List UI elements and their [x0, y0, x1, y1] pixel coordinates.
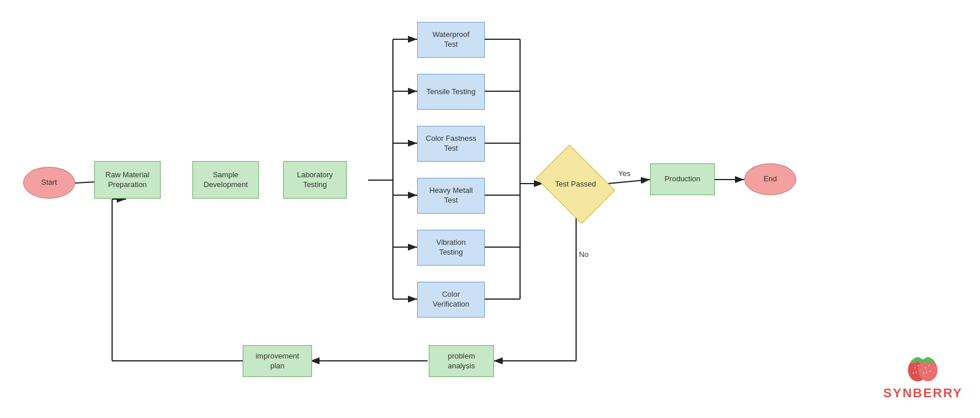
- color-fastness-node: Color FastnessTest: [417, 126, 485, 162]
- svg-point-35: [916, 372, 917, 373]
- tensile-node: Tensile Testing: [417, 74, 485, 110]
- synberry-brand-name: SYNBERRY: [884, 386, 963, 401]
- sample-dev-node: SampleDevelopment: [192, 161, 259, 199]
- vibration-node: VibrationTesting: [417, 230, 485, 266]
- svg-point-38: [919, 359, 938, 381]
- production-node: Production: [650, 163, 715, 195]
- raw-material-node: Raw Material Preparation: [94, 161, 161, 199]
- synberry-logo: SYNBERRY: [884, 354, 963, 401]
- no-label: No: [579, 250, 589, 259]
- heavy-metal-node: Heavy MetallTest: [417, 178, 485, 214]
- flowchart: Yes No Start Raw Material Preparation Sa…: [0, 0, 980, 418]
- svg-line-20: [608, 180, 650, 184]
- svg-point-44: [926, 372, 927, 373]
- yes-label: Yes: [618, 169, 631, 178]
- svg-point-34: [918, 365, 919, 366]
- problem-analysis-node: problemanalysis: [429, 345, 494, 377]
- svg-point-33: [915, 367, 916, 368]
- svg-point-37: [913, 372, 914, 374]
- synberry-icon: [905, 354, 940, 383]
- color-verif-node: ColorVerification: [417, 282, 485, 318]
- waterproof-node: WaterproofTest: [417, 22, 485, 58]
- end-node: End: [744, 163, 796, 195]
- test-passed-node: Test Passed: [536, 144, 615, 223]
- svg-point-45: [930, 371, 931, 372]
- svg-point-43: [929, 365, 930, 366]
- improvement-plan-node: improvementplan: [243, 345, 312, 377]
- svg-point-46: [923, 372, 925, 374]
- start-node: Start: [23, 167, 75, 199]
- svg-point-42: [925, 367, 926, 368]
- lab-testing-node: LaboratoryTesting: [283, 161, 347, 199]
